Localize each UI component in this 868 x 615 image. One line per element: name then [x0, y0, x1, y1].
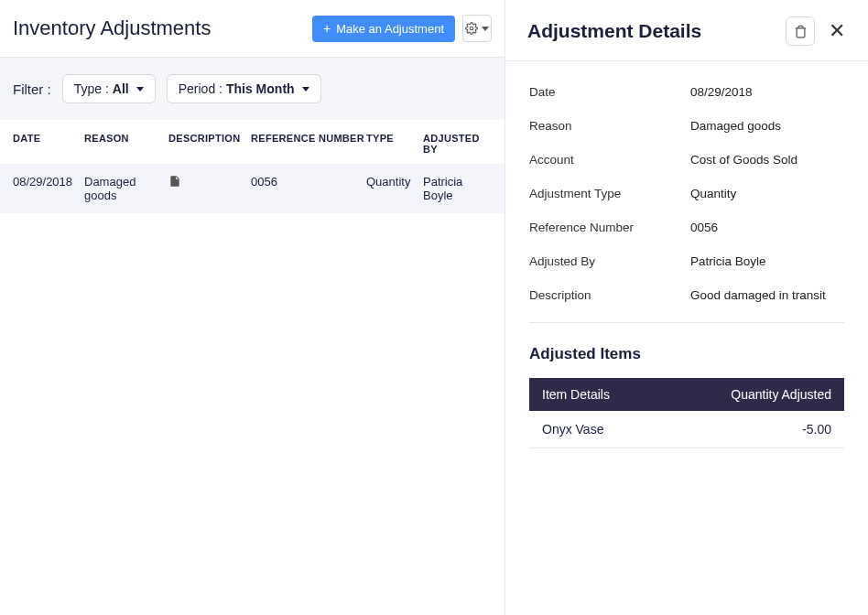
trash-icon [794, 25, 808, 38]
detail-label: Adjustment Type [529, 187, 690, 200]
detail-value: Patricia Boyle [690, 254, 766, 268]
detail-label: Reason [529, 119, 690, 133]
filter-type-value: All [113, 81, 129, 96]
chevron-down-icon [136, 87, 144, 92]
chevron-down-icon [302, 87, 309, 92]
col-type: TYPE [366, 133, 423, 155]
detail-header: Adjustment Details ✕ [505, 0, 868, 61]
detail-value: Quantity [690, 187, 736, 200]
filter-type-prefix: Type : [74, 81, 109, 96]
detail-row-description: Description Good damaged in transit [529, 288, 844, 302]
filter-bar: Filter : Type : All Period : This Month [0, 58, 505, 120]
items-col-qty: Quantity Adjusted [731, 387, 831, 402]
filter-period-prefix: Period : [179, 81, 222, 96]
detail-label: Description [529, 288, 690, 302]
cell-reason: Damaged goods [84, 175, 168, 202]
filter-period-value: This Month [226, 81, 295, 96]
detail-row-account: Account Cost of Goods Sold [529, 153, 844, 167]
items-table-row: Onyx Vase -5.00 [529, 411, 844, 448]
detail-title: Adjustment Details [527, 20, 786, 42]
detail-label: Date [529, 85, 690, 99]
filter-type-button[interactable]: Type : All [62, 74, 156, 103]
filter-label: Filter : [13, 81, 51, 97]
close-icon: ✕ [829, 19, 845, 43]
cell-type: Quantity [366, 175, 423, 202]
plus-icon: + [323, 22, 331, 35]
col-reference: REFERENCE NUMBER [251, 133, 366, 155]
delete-button[interactable] [786, 16, 815, 46]
detail-label: Account [529, 153, 690, 167]
chevron-down-icon [482, 27, 489, 31]
detail-value: Cost of Goods Sold [690, 153, 797, 167]
filter-period-button[interactable]: Period : This Month [167, 74, 321, 103]
page-title: Inventory Adjustments [13, 16, 312, 40]
detail-row-adjusted-by: Adjusted By Patricia Boyle [529, 254, 844, 268]
detail-value: Damaged goods [690, 119, 781, 133]
table-row[interactable]: 08/29/2018 Damaged goods 0056 Quantity P… [0, 164, 505, 213]
cell-adjusted-by: Patricia Boyle [423, 175, 492, 202]
item-name: Onyx Vase [542, 422, 802, 437]
items-table-header: Item Details Quantity Adjusted [529, 378, 844, 411]
svg-point-0 [470, 27, 473, 30]
col-adjusted-by: ADJUSTED BY [423, 133, 492, 155]
detail-row-reason: Reason Damaged goods [529, 119, 844, 133]
detail-value: 0056 [690, 221, 718, 234]
list-header: Inventory Adjustments + Make an Adjustme… [0, 0, 505, 58]
col-reason: REASON [84, 133, 168, 155]
adjustment-detail-pane: Adjustment Details ✕ Date 08/29/2018 Rea… [505, 0, 868, 615]
cell-description [168, 175, 251, 202]
make-adjustment-label: Make an Adjustment [336, 22, 444, 36]
detail-label: Adjusted By [529, 254, 690, 268]
cell-date: 08/29/2018 [13, 175, 84, 202]
notes-icon [168, 175, 181, 188]
col-date: DATE [13, 133, 84, 155]
detail-value: 08/29/2018 [690, 85, 753, 99]
detail-row-adjustment-type: Adjustment Type Quantity [529, 187, 844, 200]
make-adjustment-button[interactable]: + Make an Adjustment [312, 16, 455, 42]
detail-body: Date 08/29/2018 Reason Damaged goods Acc… [505, 61, 868, 448]
detail-row-date: Date 08/29/2018 [529, 85, 844, 99]
section-divider [529, 322, 844, 323]
adjusted-items-title: Adjusted Items [529, 345, 844, 363]
detail-value: Good damaged in transit [690, 288, 826, 302]
cell-reference: 0056 [251, 175, 366, 202]
adjustments-list-pane: Inventory Adjustments + Make an Adjustme… [0, 0, 505, 615]
close-button[interactable]: ✕ [822, 16, 852, 46]
items-col-item: Item Details [542, 387, 731, 402]
table-header: DATE REASON DESCRIPTION REFERENCE NUMBER… [0, 120, 505, 164]
gear-icon [465, 22, 478, 35]
detail-label: Reference Number [529, 221, 690, 234]
col-description: DESCRIPTION [168, 133, 251, 155]
detail-row-reference-number: Reference Number 0056 [529, 221, 844, 234]
list-more-button[interactable] [462, 15, 492, 42]
item-qty: -5.00 [802, 422, 831, 437]
adjustments-table: DATE REASON DESCRIPTION REFERENCE NUMBER… [0, 120, 505, 213]
